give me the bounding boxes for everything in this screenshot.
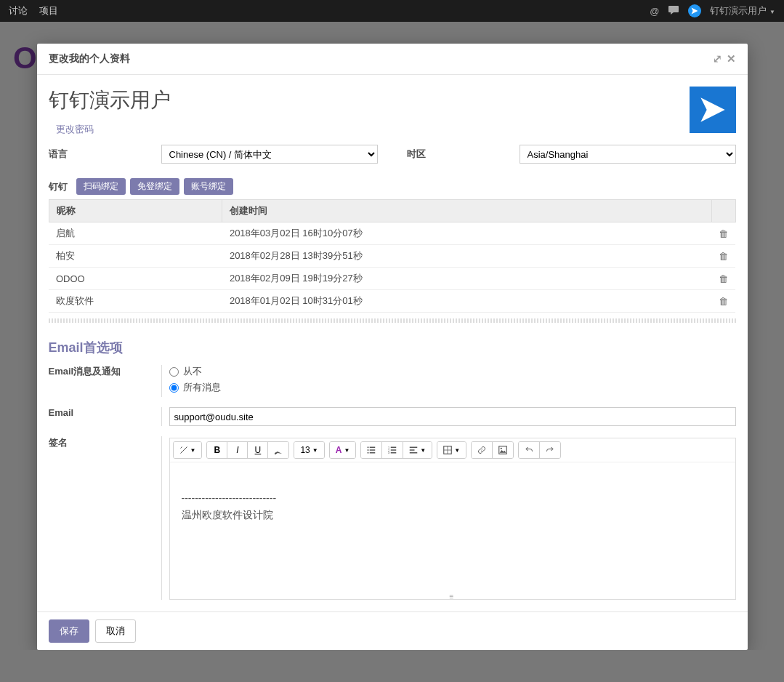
cell-nickname: 柏安: [49, 245, 222, 268]
redo-button[interactable]: [540, 442, 560, 458]
forecolor-button[interactable]: A ▼: [330, 442, 356, 458]
email-field[interactable]: [169, 407, 736, 426]
signature-label: 签名: [49, 436, 161, 449]
bind-account-button[interactable]: 账号绑定: [184, 178, 233, 195]
svg-point-19: [501, 448, 502, 449]
svg-rect-5: [370, 452, 376, 454]
editor-resizer[interactable]: ≡: [170, 593, 735, 599]
svg-text:3: 3: [388, 452, 389, 454]
cancel-button[interactable]: 取消: [95, 619, 136, 643]
table-button[interactable]: ▼: [437, 442, 466, 458]
profile-modal: 更改我的个人资料 ⤢ ✕ 钉钉演示用户 更改密码 语言 Chinese (CN)…: [37, 44, 748, 650]
table-divider: [49, 318, 736, 323]
svg-rect-12: [410, 447, 418, 449]
svg-rect-3: [370, 449, 376, 451]
fontsize-button[interactable]: 13 ▼: [294, 442, 323, 458]
notify-all-radio[interactable]: [169, 383, 179, 393]
image-button[interactable]: [493, 442, 513, 458]
save-button[interactable]: 保存: [49, 619, 89, 643]
ul-button[interactable]: [361, 442, 382, 458]
bindings-table: 昵称 创建时间 启航2018年03月02日 16时10分07秒🗑柏安2018年0…: [49, 199, 736, 313]
email-label: Email: [49, 407, 161, 418]
cell-nickname: ODOO: [49, 268, 222, 290]
svg-rect-14: [410, 452, 418, 454]
style-button[interactable]: ▼: [174, 442, 202, 458]
ol-button[interactable]: 123: [382, 442, 403, 458]
align-button[interactable]: ▼: [403, 442, 432, 458]
change-password-link[interactable]: 更改密码: [49, 123, 171, 136]
delete-row-icon[interactable]: 🗑: [711, 290, 735, 313]
svg-rect-11: [391, 452, 397, 454]
notify-never-label: 从不: [183, 365, 202, 378]
table-row: ODOO2018年02月09日 19时19分27秒🗑: [49, 268, 735, 290]
svg-rect-7: [391, 447, 397, 449]
notify-all-label: 所有消息: [183, 381, 221, 394]
bind-nologin-button[interactable]: 免登绑定: [130, 178, 179, 195]
top-navbar: 讨论 项目 @ 钉钉演示用户 ▼: [0, 0, 784, 22]
user-menu[interactable]: 钉钉演示用户 ▼: [710, 4, 775, 17]
bind-scan-button[interactable]: 扫码绑定: [76, 178, 126, 195]
cell-nickname: 启航: [49, 222, 222, 245]
svg-point-4: [368, 452, 369, 454]
editor-toolbar: ▼ B I U: [170, 438, 735, 462]
signature-editor: ▼ B I U: [169, 438, 736, 600]
at-icon[interactable]: @: [650, 6, 659, 17]
underline-button[interactable]: U: [248, 442, 268, 458]
close-icon[interactable]: ✕: [727, 52, 736, 65]
dingtalk-label: 钉钉: [49, 180, 68, 193]
modal-header: 更改我的个人资料 ⤢ ✕: [37, 44, 748, 75]
chat-icon[interactable]: [668, 5, 679, 17]
timezone-label: 时区: [407, 148, 520, 161]
delete-row-icon[interactable]: 🗑: [711, 245, 735, 268]
cell-nickname: 欧度软件: [49, 290, 222, 313]
svg-point-2: [368, 449, 369, 451]
table-row: 欧度软件2018年01月02日 10时31分01秒🗑: [49, 290, 735, 313]
timezone-select[interactable]: Asia/Shanghai: [520, 145, 736, 164]
signature-content[interactable]: ---------------------------- 温州欧度软件设计院: [170, 462, 735, 593]
delete-row-icon[interactable]: 🗑: [711, 268, 735, 290]
modal-title: 更改我的个人资料: [49, 52, 130, 65]
svg-point-0: [368, 446, 369, 448]
cell-created: 2018年01月02日 10时31分01秒: [222, 290, 711, 313]
email-prefs-title: Email首选项: [49, 339, 736, 356]
notify-label: Email消息及通知: [49, 365, 161, 378]
page-title: 钉钉演示用户: [49, 87, 171, 114]
col-created: 创建时间: [222, 200, 711, 222]
undo-button[interactable]: [519, 442, 540, 458]
link-button[interactable]: [472, 442, 493, 458]
notify-never-radio[interactable]: [169, 367, 179, 377]
expand-icon[interactable]: ⤢: [713, 52, 722, 65]
svg-rect-9: [391, 449, 397, 451]
language-label: 语言: [49, 148, 161, 161]
nav-item-discuss[interactable]: 讨论: [9, 4, 28, 17]
svg-rect-1: [370, 447, 376, 449]
nav-item-project[interactable]: 项目: [39, 4, 58, 17]
svg-rect-13: [410, 449, 415, 451]
cell-created: 2018年02月28日 13时39分51秒: [222, 245, 711, 268]
cell-created: 2018年02月09日 19时19分27秒: [222, 268, 711, 290]
user-avatar-icon: [688, 4, 701, 17]
col-nickname: 昵称: [49, 200, 222, 222]
table-row: 柏安2018年02月28日 13时39分51秒🗑: [49, 245, 735, 268]
cell-created: 2018年03月02日 16时10分07秒: [222, 222, 711, 245]
clear-format-button[interactable]: [268, 442, 288, 458]
delete-row-icon[interactable]: 🗑: [711, 222, 735, 245]
italic-button[interactable]: I: [227, 442, 248, 458]
bold-button[interactable]: B: [207, 442, 227, 458]
table-row: 启航2018年03月02日 16时10分07秒🗑: [49, 222, 735, 245]
language-select[interactable]: Chinese (CN) / 简体中文: [161, 145, 378, 164]
avatar[interactable]: [690, 87, 736, 133]
